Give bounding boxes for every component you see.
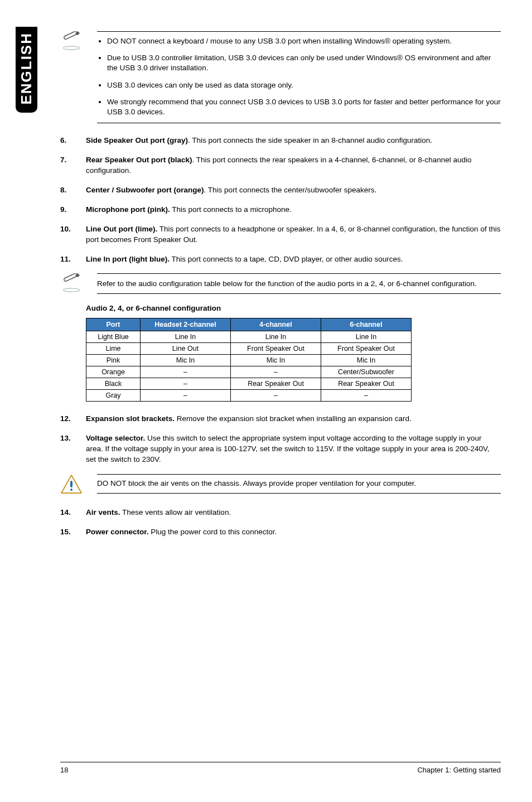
warning-icon <box>60 474 83 495</box>
pencil-icon <box>60 273 83 292</box>
note-item: USB 3.0 devices can only be used as data… <box>107 80 501 90</box>
list-item: 9.Microphone port (pink). This port conn… <box>60 205 501 215</box>
list-item: 14.Air vents. These vents allow air vent… <box>60 508 501 518</box>
page-footer: 18 Chapter 1: Getting started <box>60 762 501 774</box>
note-text: Refer to the audio configuration table b… <box>97 279 501 288</box>
svg-point-5 <box>70 489 72 491</box>
table-row: PinkMic InMic InMic In <box>86 355 412 366</box>
list-item: 15.Power connector. Plug the power cord … <box>60 527 501 538</box>
note-list: DO NOT connect a keyboard / mouse to any… <box>97 36 501 117</box>
th-6ch: 6-channel <box>321 318 412 331</box>
th-2ch: Headset 2-channel <box>141 318 231 331</box>
page-content: DO NOT connect a keyboard / mouse to any… <box>60 31 501 547</box>
list-item: 8.Center / Subwoofer port (orange). This… <box>60 185 501 196</box>
audio-config-table: Port Headset 2-channel 4-channel 6-chann… <box>86 318 412 402</box>
numbered-list-a: 6.Side Speaker Out port (gray). This por… <box>60 136 501 264</box>
list-item: 12.Expansion slot brackets. Remove the e… <box>60 414 501 424</box>
language-tab: ENGLISH <box>16 27 37 113</box>
list-item: 7.Rear Speaker Out port (black). This po… <box>60 155 501 176</box>
note-rule-box: Refer to the audio configuration table b… <box>97 273 501 294</box>
table-heading: Audio 2, 4, or 6-channel configuration <box>86 304 501 312</box>
numbered-list-c: 14.Air vents. These vents allow air vent… <box>60 508 501 538</box>
th-4ch: 4-channel <box>231 318 321 331</box>
list-item: 13.Voltage selector. Use this switch to … <box>60 433 501 465</box>
note-item: Due to USB 3.0 controller limitation, US… <box>107 53 501 73</box>
list-item: 11.Line In port (light blue). This port … <box>60 254 501 265</box>
warning-block: DO NOT block the air vents on the chassi… <box>60 474 501 495</box>
table-row: Light BlueLine InLine InLine In <box>86 331 412 343</box>
warning-text: DO NOT block the air vents on the chassi… <box>97 479 501 487</box>
svg-point-2 <box>63 288 80 292</box>
note-block-mid: Refer to the audio configuration table b… <box>60 273 501 294</box>
svg-rect-1 <box>64 31 78 40</box>
note-rule-box: DO NOT connect a keyboard / mouse to any… <box>97 31 501 123</box>
audio-table-wrap: Port Headset 2-channel 4-channel 6-chann… <box>86 318 501 402</box>
warning-rule-box: DO NOT block the air vents on the chassi… <box>97 474 501 494</box>
chapter-label: Chapter 1: Getting started <box>417 766 501 774</box>
note-item: DO NOT connect a keyboard / mouse to any… <box>107 36 501 46</box>
table-row: LimeLine OutFront Speaker OutFront Speak… <box>86 343 412 355</box>
page-number: 18 <box>60 766 68 774</box>
list-item: 6.Side Speaker Out port (gray). This por… <box>60 136 501 146</box>
th-port: Port <box>86 318 141 331</box>
table-row: Orange––Center/Subwoofer <box>86 366 412 378</box>
table-row: Black–Rear Speaker OutRear Speaker Out <box>86 378 412 390</box>
numbered-list-b: 12.Expansion slot brackets. Remove the e… <box>60 414 501 465</box>
note-item: We strongly recommend that you connect U… <box>107 97 501 117</box>
list-item: 10.Line Out port (lime). This port conne… <box>60 224 501 245</box>
pencil-icon <box>60 31 83 50</box>
svg-rect-4 <box>70 481 72 487</box>
svg-rect-3 <box>64 273 78 282</box>
note-block-top: DO NOT connect a keyboard / mouse to any… <box>60 31 501 123</box>
table-row: Gray––– <box>86 390 412 402</box>
svg-point-0 <box>63 46 80 50</box>
